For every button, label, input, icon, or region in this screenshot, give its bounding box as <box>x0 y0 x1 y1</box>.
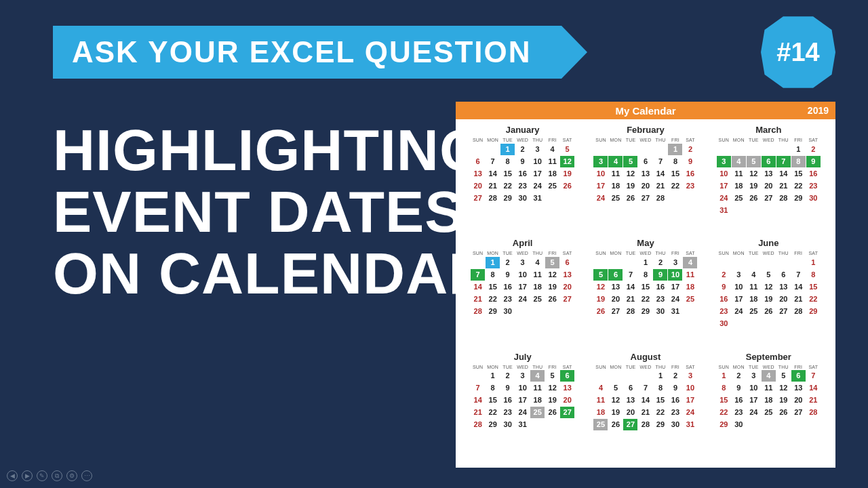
day-cell: 27 <box>471 192 485 204</box>
day-cell: 4 <box>545 144 559 155</box>
day-cell: 20 <box>638 180 652 192</box>
day-cell: 5 <box>762 269 776 281</box>
day-cell: 25 <box>530 293 545 305</box>
dow-label: SAT <box>683 137 698 143</box>
dow-label: SAT <box>683 250 698 256</box>
day-cell: 14 <box>471 394 485 406</box>
week-row: 25262728293031 <box>593 419 698 431</box>
day-cell: 29 <box>806 306 821 317</box>
week-row: 30...... <box>716 317 821 329</box>
week-row: 3456789 <box>716 155 821 167</box>
day-cell: 26 <box>545 293 559 305</box>
month: MaySUNMONTUEWEDTHUFRISAT...1234567891011… <box>585 238 705 347</box>
day-cell: 25 <box>593 419 608 430</box>
week-row: 78910111213 <box>471 268 575 281</box>
settings-button[interactable]: ⚙ <box>66 470 77 481</box>
day-cell: 22 <box>638 293 652 305</box>
day-cell: 25 <box>683 293 697 305</box>
week-row: 282930.... <box>471 305 575 317</box>
day-cell: 11 <box>762 382 776 394</box>
day-cell: 30 <box>515 192 530 204</box>
day-cell: 26 <box>608 419 623 430</box>
day-cell: 9 <box>653 269 667 281</box>
day-cell: 15 <box>486 394 500 406</box>
month: MarchSUNMONTUEWEDTHUFRISAT.....123456789… <box>709 125 829 234</box>
day-cell: 11 <box>683 269 697 281</box>
day-cell: 31 <box>530 192 545 204</box>
week-row: 1234567 <box>716 370 821 382</box>
day-cell: 5 <box>608 382 623 394</box>
day-cell: 22 <box>791 180 806 192</box>
dow-label: SUN <box>471 137 486 143</box>
day-cell: 31 <box>683 419 697 430</box>
day-cell: 18 <box>747 293 761 305</box>
dow-row: SUNMONTUEWEDTHUFRISAT <box>716 364 821 370</box>
day-cell: 6 <box>762 156 776 167</box>
day-cell: 26 <box>776 407 791 418</box>
day-cell: 21 <box>638 407 652 418</box>
month-name: May <box>637 238 654 248</box>
dow-label: WED <box>638 364 653 370</box>
day-cell: 27 <box>638 192 652 204</box>
dow-row: SUNMONTUEWEDTHUFRISAT <box>593 137 698 143</box>
day-cell: 17 <box>515 281 530 293</box>
day-cell: 3 <box>530 144 545 155</box>
week-row: 31...... <box>716 204 821 216</box>
month-name: March <box>755 125 781 135</box>
day-cell: 1 <box>806 257 821 268</box>
prev-slide-button[interactable]: ◀ <box>7 470 18 481</box>
month-name: July <box>514 352 532 362</box>
dow-label: FRI <box>668 364 683 370</box>
month-name: September <box>746 352 791 362</box>
month: JuneSUNMONTUEWEDTHUFRISAT......123456789… <box>709 238 829 347</box>
day-cell: 18 <box>608 180 623 192</box>
dow-label: THU <box>530 364 545 370</box>
day-cell: 13 <box>560 382 574 394</box>
month-name: April <box>513 238 533 248</box>
dow-label: FRI <box>791 250 806 256</box>
day-cell: 26 <box>545 407 559 418</box>
day-cell: 31 <box>717 205 731 216</box>
pen-button[interactable]: ✎ <box>37 470 47 481</box>
month: AprilSUNMONTUEWEDTHUFRISAT.1234567891011… <box>462 238 583 347</box>
dow-label: SUN <box>471 364 486 370</box>
day-cell: 29 <box>486 419 500 430</box>
month-name: August <box>631 352 661 362</box>
day-cell: 29 <box>486 306 500 317</box>
day-cell: 5 <box>560 144 574 155</box>
week-row: .123456 <box>471 256 575 268</box>
week-row: 15161718192021 <box>716 394 821 407</box>
dow-label: TUE <box>500 364 515 370</box>
week-row: 13141516171819 <box>471 167 575 180</box>
day-cell: 16 <box>717 293 731 305</box>
dow-label: THU <box>653 364 668 370</box>
day-cell: 19 <box>593 293 608 305</box>
slides-view-button[interactable]: ⧉ <box>52 470 62 481</box>
more-button[interactable]: ⋯ <box>81 470 92 481</box>
day-cell: 25 <box>545 180 559 192</box>
day-cell: 20 <box>776 293 791 305</box>
day-cell: 23 <box>668 407 682 418</box>
day-cell: 13 <box>623 394 637 406</box>
dow-label: WED <box>638 137 653 143</box>
day-cell: 23 <box>500 293 515 305</box>
dow-label: WED <box>515 137 530 143</box>
week-row: 20212223242526 <box>471 180 575 192</box>
day-cell: 24 <box>732 306 746 317</box>
day-cell: 8 <box>500 156 515 167</box>
day-cell: 23 <box>732 407 746 418</box>
day-cell: 28 <box>638 419 652 430</box>
day-cell: 28 <box>623 306 637 317</box>
day-cell: 10 <box>732 281 746 293</box>
day-cell: 7 <box>638 382 652 394</box>
next-slide-button[interactable]: ▶ <box>22 470 33 481</box>
day-cell: 9 <box>717 281 731 293</box>
month: JulySUNMONTUEWEDTHUFRISAT.12345678910111… <box>462 352 583 461</box>
dow-label: SAT <box>560 137 575 143</box>
day-cell: 20 <box>791 394 806 406</box>
day-cell: 6 <box>608 269 623 281</box>
day-cell: 2 <box>515 144 530 155</box>
dow-row: SUNMONTUEWEDTHUFRISAT <box>593 250 698 256</box>
dow-label: THU <box>776 250 791 256</box>
day-cell: 2 <box>500 257 515 268</box>
